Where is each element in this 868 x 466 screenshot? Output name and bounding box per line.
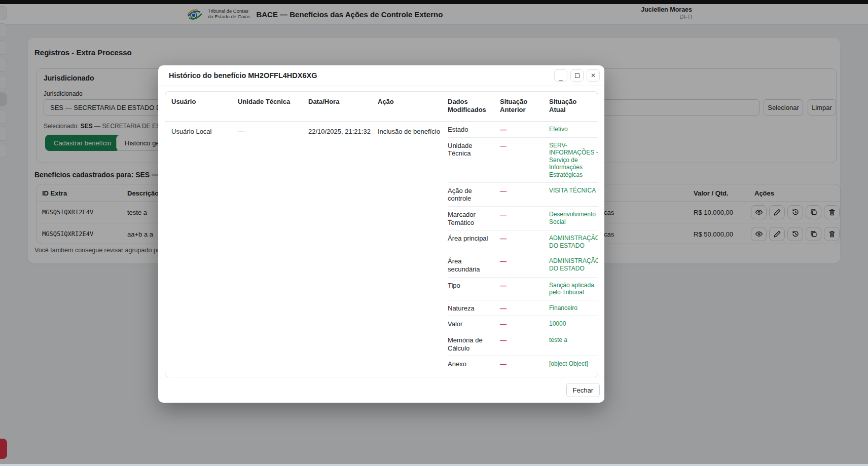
- change-atual: SERV-INFORMAÇÕES - Serviço de Informaçõe…: [549, 142, 598, 179]
- col-dados-modificados: Dados Modificados: [448, 98, 500, 117]
- change-row: Memória de Cálculo — teste a: [448, 332, 598, 356]
- history-entry: Usuário Local — 22/10/2025, 21:21:32 Inc…: [165, 122, 598, 377]
- change-anterior: —: [500, 211, 549, 226]
- change-atual: VISITA TÉCNICA: [549, 187, 598, 203]
- change-atual: 10000: [549, 320, 598, 328]
- change-atual: teste a: [549, 336, 598, 352]
- entry-data-hora: 22/10/2025, 21:21:32: [308, 128, 378, 136]
- change-row: Natureza — Financeiro: [448, 300, 598, 317]
- col-situacao-atual: Situação Atual: [549, 98, 598, 117]
- change-field: Tipo: [448, 282, 500, 296]
- entry-usuario: Usuário Local: [171, 128, 238, 136]
- history-table-header: Usuário Unidade Técnica Data/Hora Ação D…: [165, 92, 598, 122]
- minimize-icon: _: [559, 74, 563, 80]
- screen: Tribunal de Contas do Estado de Goiás BA…: [0, 0, 868, 466]
- change-anterior: —: [500, 142, 549, 179]
- bottom-edge: [0, 464, 868, 466]
- change-field: Natureza: [448, 304, 500, 313]
- close-icon: ✕: [591, 72, 596, 79]
- change-atual: ADMINISTRAÇÃO DO ESTADO: [549, 235, 598, 249]
- change-row: Anexo — [object Object]: [448, 356, 598, 372]
- change-atual: Efetivo: [549, 126, 598, 134]
- change-row: Área secundária — ADMINISTRAÇÃO DO ESTAD…: [448, 253, 598, 277]
- change-atual: Financeiro: [549, 304, 598, 313]
- close-button[interactable]: ✕: [587, 69, 600, 82]
- change-field: Marcador Temático: [448, 211, 500, 226]
- change-anterior: —: [500, 360, 549, 368]
- col-unidade-tecnica: Unidade Técnica: [238, 98, 308, 117]
- change-atual: [object Object]: [549, 360, 598, 368]
- fechar-button[interactable]: Fechar: [566, 383, 600, 397]
- change-field: Área principal: [448, 235, 500, 249]
- change-field: Anexo: [448, 360, 500, 368]
- change-field: Memória de Cálculo: [448, 336, 500, 352]
- history-modal: Histórico do benefício MH2OFFL4HDX6XG _ …: [158, 65, 604, 403]
- change-anterior: —: [500, 126, 549, 134]
- col-usuario: Usuário: [171, 98, 238, 117]
- minimize-button[interactable]: _: [554, 69, 567, 82]
- change-anterior: —: [500, 336, 549, 352]
- col-acao: Ação: [378, 98, 448, 117]
- change-row: Estado — Efetivo: [448, 122, 598, 138]
- change-atual: Sanção aplicada pelo Tribunal: [549, 282, 598, 296]
- col-situacao-anterior: Situação Anterior: [500, 98, 549, 117]
- change-anterior: —: [500, 320, 549, 328]
- change-atual: Desenvolvimento Social: [549, 211, 598, 226]
- change-atual: ADMINISTRAÇÃO DO ESTADO: [549, 257, 598, 273]
- change-field: Estado: [448, 126, 500, 134]
- change-field: Ação de controle: [448, 187, 500, 203]
- change-anterior: —: [500, 257, 549, 273]
- change-field: Área secundária: [448, 257, 500, 273]
- change-anterior: —: [500, 304, 549, 313]
- change-row: Área principal — ADMINISTRAÇÃO DO ESTADO: [448, 230, 598, 253]
- change-field: Unidade Técnica: [448, 142, 500, 179]
- change-row: Marcador Temático — Desenvolvimento Soci…: [448, 207, 598, 230]
- maximize-icon: [575, 73, 580, 78]
- modal-title: Histórico do benefício MH2OFFL4HDX6XG: [169, 71, 317, 80]
- modal-header: Histórico do benefício MH2OFFL4HDX6XG _ …: [158, 65, 604, 86]
- change-row: Valor — 10000: [448, 316, 598, 332]
- col-data-hora: Data/Hora: [308, 98, 378, 117]
- change-field: Valor: [448, 320, 500, 328]
- change-anterior: —: [500, 187, 549, 203]
- entry-acao: Inclusão de benefício: [378, 128, 448, 136]
- modal-window-controls: _ ✕: [554, 69, 600, 82]
- change-row: Tipo — Sanção aplicada pelo Tribunal: [448, 278, 598, 300]
- change-row: Ação de controle — VISITA TÉCNICA: [448, 183, 598, 207]
- modal-footer: Fechar: [158, 377, 604, 403]
- history-table: Usuário Unidade Técnica Data/Hora Ação D…: [165, 91, 598, 377]
- history-entry-main: Usuário Local — 22/10/2025, 21:21:32 Inc…: [165, 122, 448, 377]
- change-row: Unidade Técnica — SERV-INFORMAÇÕES - Ser…: [448, 138, 598, 183]
- entry-unidade: —: [238, 128, 308, 136]
- changes-list: Estado — Efetivo Unidade Técnica — SERV-…: [448, 122, 598, 377]
- change-anterior: —: [500, 282, 549, 296]
- change-anterior: —: [500, 235, 549, 249]
- maximize-button[interactable]: [570, 69, 584, 82]
